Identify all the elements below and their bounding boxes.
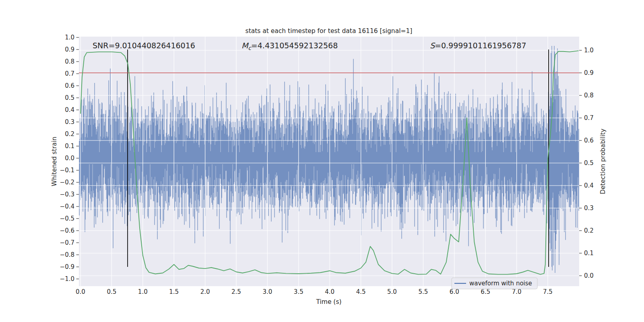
y-tick-label-left: −0.1 (60, 167, 74, 174)
x-tick-label: 0.5 (107, 288, 116, 295)
y-tick-label-left: −0.3 (60, 191, 74, 198)
y-tick-label-left: −0.8 (60, 251, 74, 258)
legend: waveform with noise (452, 278, 537, 289)
x-tick-label: 5.0 (387, 288, 397, 295)
y-tick-label-right: 0.3 (584, 204, 594, 212)
x-tick-label: 7.0 (512, 288, 522, 295)
y-tick-label-left: −0.6 (60, 227, 74, 234)
x-tick-label: 6.0 (450, 288, 459, 295)
y-tick-label-left: 0.9 (65, 46, 74, 53)
y-tick-label-left: 1.0 (65, 34, 74, 41)
x-tick-label: 4.5 (356, 288, 366, 295)
annotation-stat-value: =0.9999101161956787 (435, 41, 526, 50)
y-tick-label-left: −0.9 (60, 263, 74, 270)
y-axis-label-right: Detection probability (599, 129, 607, 194)
y-tick-label-right: 0.8 (584, 92, 594, 99)
y-tick-label-right: 0.6 (584, 137, 594, 144)
x-tick-label: 7.5 (543, 288, 553, 295)
y-tick-label-left: 0.5 (65, 94, 74, 101)
x-tick-label: 4.0 (325, 288, 334, 295)
figure: 1.00.90.80.70.60.50.40.30.20.10.0−0.1−0.… (0, 0, 644, 322)
y-tick-label-left: 0.2 (65, 130, 74, 138)
y-axis-label-left: Whitened strain (51, 136, 58, 186)
y-tick-label-left: 0.8 (65, 58, 74, 65)
chart-canvas: 1.00.90.80.70.60.50.40.30.20.10.0−0.1−0.… (0, 0, 644, 322)
x-tick-label: 1.0 (138, 288, 148, 295)
annotation-chirp-mass-value: =4.431054592132568 (251, 41, 338, 50)
x-tick-label: 5.5 (418, 288, 428, 295)
x-tick-label: 6.5 (481, 288, 490, 295)
y-tick-label-left: −0.4 (60, 203, 74, 210)
x-tick-label: 0.0 (76, 288, 85, 295)
x-tick-label: 2.0 (200, 288, 210, 295)
annotation-stat: S=0.9999101161956787 (430, 41, 526, 50)
y-tick-label-left: 0.3 (65, 118, 74, 126)
x-axis-label: Time (s) (316, 298, 341, 305)
y-tick-label-right: 1.0 (584, 47, 594, 54)
y-tick-label-left: 0.1 (65, 142, 74, 150)
y-tick-label-left: 0.7 (65, 70, 74, 77)
annotation-chirp-mass: Mc=4.431054592132568 (242, 41, 338, 51)
y-tick-label-left: −0.5 (60, 215, 74, 222)
x-tick-label: 2.5 (231, 288, 241, 295)
y-tick-label-left: −0.7 (60, 239, 74, 246)
y-tick-label-right: 0.1 (584, 250, 594, 257)
y-tick-label-left: −1.0 (60, 275, 74, 283)
y-tick-label-left: −0.2 (60, 179, 74, 186)
y-tick-label-right: 0.5 (584, 159, 594, 167)
x-tick-label: 1.5 (169, 288, 179, 295)
x-tick-label: 3.0 (262, 288, 272, 295)
annotation-chirp-mass-symbol: M (242, 41, 249, 50)
y-tick-label-right: 0.4 (584, 182, 594, 189)
y-tick-label-left: 0.6 (65, 82, 74, 89)
y-tick-label-right: 0.2 (584, 227, 594, 234)
x-tick-label: 3.5 (294, 288, 303, 295)
chart-title: stats at each timestep for test data 161… (246, 27, 413, 35)
annotation-snr: SNR=9.010440826416016 (93, 41, 195, 50)
y-tick-label-left: 0.4 (65, 106, 74, 114)
y-tick-label-right: 0.7 (584, 114, 594, 122)
y-tick-label-left: 0.0 (65, 155, 74, 162)
legend-label: waveform with noise (469, 280, 532, 287)
y-tick-label-right: 0.9 (584, 69, 594, 76)
y-tick-label-right: 0.0 (584, 272, 594, 279)
